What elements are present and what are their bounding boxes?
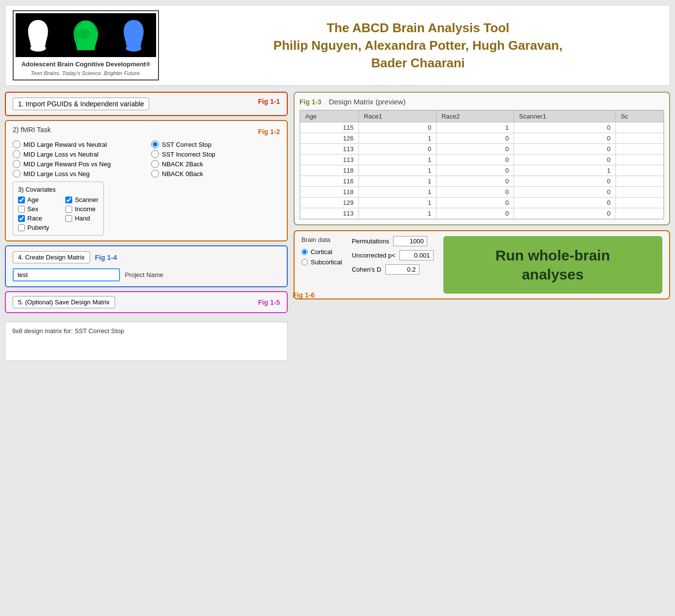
cell: 0 (514, 176, 615, 187)
radio-mid-reward-pos[interactable]: MID Large Reward Pos vs Neg (13, 160, 141, 168)
svg-point-1 (126, 45, 141, 52)
fig1-6-label: Fig 1-6 (293, 291, 315, 299)
fig1-3-label: Fig 1-3 (299, 98, 321, 106)
cov-sex-checkbox[interactable] (18, 206, 25, 213)
cell: 1 (358, 187, 436, 198)
cov-puberty[interactable]: Puberty (18, 224, 51, 231)
covariates-section: 3) Covariates Age Scanner Sex (13, 181, 104, 236)
radio-sst-incorrect-label: SST Incorrect Stop (162, 151, 216, 158)
cov-age-label: Age (27, 196, 39, 203)
cell: 0 (514, 187, 615, 198)
cov-race[interactable]: Race (18, 215, 51, 222)
radio-sst-incorrect-input[interactable] (151, 150, 159, 158)
radio-sst-correct[interactable]: SST Correct Stop (151, 140, 280, 148)
cov-sex-label: Sex (27, 205, 38, 213)
brain-center-icon (66, 13, 105, 57)
cell: 0 (514, 198, 615, 208)
cell: 1 (437, 122, 514, 133)
header: Adolescent Brain Cognitive Development® … (5, 5, 670, 86)
cell: 0 (358, 144, 436, 155)
fig1-4-label: Fig 1-4 (95, 254, 117, 261)
cell: 129 (300, 198, 359, 208)
radio-nback-2back-input[interactable] (151, 160, 159, 168)
uncorrected-input[interactable] (399, 250, 434, 260)
save-design-matrix-button[interactable]: 5. (Optional) Save Design Matrix (13, 296, 115, 308)
design-matrix-title: Design Matrix (preview) (329, 98, 406, 106)
brain-subcortical-radio[interactable] (301, 259, 308, 265)
radio-sst-incorrect[interactable]: SST Incorrect Stop (151, 150, 280, 158)
radio-mid-large-loss[interactable]: MID Large Loss vs Neutral (13, 150, 141, 158)
title-line1: The ABCD Brain Analysis Tool (327, 20, 510, 35)
cov-hand-checkbox[interactable] (65, 215, 72, 222)
section-import: 1. Import PGUIDs & Independent variable … (5, 92, 288, 116)
project-name-input[interactable] (13, 268, 120, 281)
cell: 113 (300, 208, 359, 219)
svg-point-0 (30, 45, 46, 52)
radio-mid-large-reward-input[interactable] (13, 140, 20, 148)
silhouette-left-icon (21, 16, 55, 55)
dm-table-wrapper: Age Race1 Race2 Scanner1 Sc 115010 12610… (299, 110, 664, 219)
cell: 118 (300, 187, 359, 198)
cell: 1 (358, 198, 436, 208)
radio-nback-0back-input[interactable] (151, 170, 159, 178)
radio-nback-2back-label: NBACK 2Back (162, 160, 203, 168)
cov-income-checkbox[interactable] (65, 206, 72, 213)
cov-age-checkbox[interactable] (18, 197, 25, 203)
cohen-input[interactable] (385, 264, 419, 275)
cell: 1 (514, 165, 615, 176)
cell: 0 (358, 122, 436, 133)
fig1-6-label-wrapper: Fig 1-6 (299, 286, 321, 295)
radio-nback-0back[interactable]: NBACK 0Back (151, 170, 280, 178)
cell: 0 (437, 165, 514, 176)
project-name-label: Project Name (125, 271, 163, 278)
cell: 1 (358, 208, 436, 219)
cov-hand[interactable]: Hand (65, 215, 98, 222)
cell: 0 (437, 144, 514, 155)
table-row: 129100 (300, 198, 664, 208)
radio-mid-reward-pos-input[interactable] (13, 160, 20, 168)
cov-puberty-label: Puberty (27, 224, 49, 231)
cov-puberty-checkbox[interactable] (18, 224, 25, 231)
radio-mid-loss-neg[interactable]: MID Large Loss vs Neg (13, 170, 141, 178)
cell (615, 208, 663, 219)
radio-sst-correct-input[interactable] (151, 140, 159, 148)
radio-mid-large-loss-input[interactable] (13, 150, 20, 158)
radio-mid-loss-neg-input[interactable] (13, 170, 20, 178)
cell: 0 (437, 176, 514, 187)
table-row: 118101 (300, 165, 664, 176)
brain-cortical[interactable]: Cortical (301, 248, 342, 256)
permutations-row: Permutations (352, 236, 433, 246)
radio-nback-2back[interactable]: NBACK 2Back (151, 160, 280, 168)
col-race1: Race1 (358, 111, 436, 122)
brain-cortical-radio[interactable] (301, 249, 308, 255)
cell: 0 (514, 144, 615, 155)
covariates-title: 3) Covariates (18, 186, 99, 193)
run-button[interactable]: Run whole-brainanalyses (443, 236, 662, 294)
import-button[interactable]: 1. Import PGUIDs & Independent variable (13, 98, 149, 110)
table-row: 116100 (300, 176, 664, 187)
cov-sex[interactable]: Sex (18, 205, 51, 213)
cov-scanner-label: Scanner (75, 196, 98, 203)
brain-subcortical[interactable]: Subcortical (301, 258, 342, 266)
app-title: The ABCD Brain Analysis Tool Philip Nguy… (174, 19, 662, 72)
cov-race-checkbox[interactable] (18, 215, 25, 222)
table-row: 118100 (300, 187, 664, 198)
cell: 115 (300, 122, 359, 133)
permutations-input[interactable] (393, 236, 427, 246)
logo-main-text: Adolescent Brain Cognitive Development® (21, 60, 151, 68)
cov-age[interactable]: Age (18, 196, 51, 203)
fig1-1-label: Fig 1-1 (258, 98, 280, 105)
cell (615, 133, 663, 144)
cell: 0 (437, 208, 514, 219)
table-row: 115010 (300, 122, 664, 133)
covariates-grid: Age Scanner Sex Income (18, 196, 99, 231)
radio-mid-large-reward[interactable]: MID Large Reward vs Neutral (13, 140, 141, 148)
cov-scanner[interactable]: Scanner (65, 196, 98, 203)
create-design-matrix-button[interactable]: 4. Create Design Matrix (13, 251, 90, 263)
cov-income[interactable]: Income (65, 205, 98, 213)
bottom-section: Brain data Cortical Subcortical Permutat… (294, 230, 670, 299)
cov-scanner-checkbox[interactable] (65, 197, 72, 203)
section-save: 5. (Optional) Save Design Matrix Fig 1-5 (5, 291, 288, 313)
cell (615, 155, 663, 165)
title-line2: Philip Nguyen, Alexandra Potter, Hugh Ga… (274, 38, 563, 53)
